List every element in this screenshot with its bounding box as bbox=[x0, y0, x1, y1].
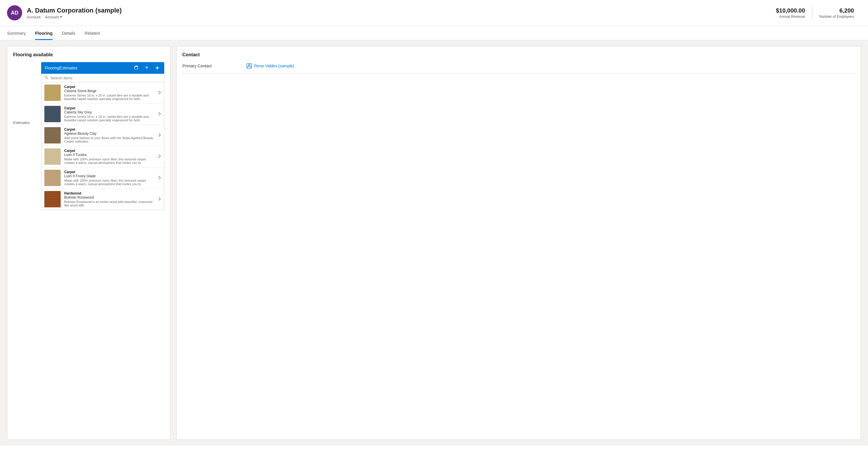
toolbar-label: FlooringEstimates bbox=[44, 66, 129, 70]
flooring-section: Estimates FlooringEstimates bbox=[13, 62, 164, 210]
contact-panel: Contact Primary Contact Rene Valdes (sam… bbox=[176, 46, 861, 440]
tab-summary[interactable]: Summary bbox=[7, 26, 26, 40]
item-category: Carpet bbox=[64, 85, 155, 89]
main-content: Flooring available Estimates FlooringEst… bbox=[0, 40, 868, 446]
item-chevron-icon bbox=[158, 175, 161, 181]
item-category: Carpet bbox=[64, 149, 155, 153]
item-thumbnail bbox=[44, 191, 61, 207]
item-name: Lush II Tundra bbox=[64, 153, 155, 157]
svg-point-0 bbox=[45, 76, 47, 78]
list-item[interactable]: Carpet Caserta Sky Grey Extreme Series 1… bbox=[41, 103, 164, 125]
refresh-icon[interactable] bbox=[133, 64, 140, 71]
nav-tabs: Summary Flooring Details Related bbox=[0, 26, 868, 40]
tab-related[interactable]: Related bbox=[85, 26, 100, 40]
item-description: Extreme Series 18 in. x 18 in. carpet ti… bbox=[64, 115, 155, 122]
item-name: Bolivian Rosewood bbox=[64, 195, 155, 199]
item-chevron-icon bbox=[158, 133, 161, 138]
item-thumbnail bbox=[44, 85, 61, 101]
item-info: Carpet Ageless Beauty Clay Add some fash… bbox=[64, 127, 155, 143]
item-info: Carpet Caserta Sky Grey Extreme Series 1… bbox=[64, 106, 155, 122]
primary-contact-label: Primary Contact bbox=[182, 64, 235, 68]
item-category: Carpet bbox=[64, 106, 155, 110]
list-item[interactable]: Carpet Lush II Frosty Glade Made with 10… bbox=[41, 167, 164, 189]
list-item[interactable]: Carpet Caserta Stone Beige Extreme Serie… bbox=[41, 82, 164, 103]
avatar: AD bbox=[7, 5, 22, 21]
item-description: Add some fashion to your floors with the… bbox=[64, 136, 155, 143]
breadcrumb-dropdown[interactable]: Account bbox=[45, 15, 62, 19]
header-title: A. Datum Corporation (sample) Account · … bbox=[27, 7, 122, 19]
header-left: AD A. Datum Corporation (sample) Account… bbox=[7, 5, 122, 21]
annual-revenue-stat: $10,000.00 Annual Revenue bbox=[769, 7, 812, 19]
tab-flooring[interactable]: Flooring bbox=[35, 26, 53, 40]
svg-point-3 bbox=[248, 64, 250, 66]
item-info: Carpet Caserta Stone Beige Extreme Serie… bbox=[64, 85, 155, 101]
header-stats: $10,000.00 Annual Revenue 6,200 Number o… bbox=[769, 7, 861, 19]
item-chevron-icon bbox=[158, 197, 161, 202]
contact-row: Primary Contact Rene Valdes (sample) bbox=[182, 63, 855, 73]
breadcrumb-account2: Account bbox=[45, 15, 59, 19]
add-icon[interactable] bbox=[154, 64, 161, 71]
item-name: Caserta Sky Grey bbox=[64, 110, 155, 114]
employees-label: Number of Employees bbox=[819, 14, 854, 19]
list-item[interactable]: Carpet Lush II Tundra Made with 100% pre… bbox=[41, 146, 164, 167]
svg-line-1 bbox=[47, 78, 48, 79]
item-category: Hardwood bbox=[64, 191, 155, 195]
contact-person-icon bbox=[247, 63, 252, 68]
item-description: Extreme Series 18 in. x 18 in. carpet ti… bbox=[64, 94, 155, 101]
flooring-items-list: Carpet Caserta Stone Beige Extreme Serie… bbox=[41, 82, 164, 210]
breadcrumb-separator: · bbox=[42, 15, 43, 19]
estimates-label: Estimates bbox=[13, 62, 36, 210]
item-info: Hardwood Bolivian Rosewood Bolivian Rose… bbox=[64, 191, 155, 207]
item-description: Made with 100% premium nylon fiber, this… bbox=[64, 179, 155, 186]
item-thumbnail bbox=[44, 127, 61, 143]
item-info: Carpet Lush II Frosty Glade Made with 10… bbox=[64, 170, 155, 186]
item-chevron-icon bbox=[158, 154, 161, 159]
primary-contact-value[interactable]: Rene Valdes (sample) bbox=[247, 63, 294, 68]
search-icon bbox=[44, 75, 48, 80]
item-category: Carpet bbox=[64, 127, 155, 131]
breadcrumb: Account · Account bbox=[27, 15, 122, 19]
item-description: Bolivian Rosewood is an exotic wood with… bbox=[64, 200, 155, 207]
item-description: Made with 100% premium nylon fiber, this… bbox=[64, 158, 155, 164]
employees-value: 6,200 bbox=[819, 7, 854, 14]
item-chevron-icon bbox=[158, 112, 161, 117]
item-info: Carpet Lush II Tundra Made with 100% pre… bbox=[64, 149, 155, 164]
item-name: Lush II Frosty Glade bbox=[64, 174, 155, 178]
employees-stat: 6,200 Number of Employees bbox=[812, 7, 861, 19]
item-thumbnail bbox=[44, 170, 61, 186]
tab-details[interactable]: Details bbox=[62, 26, 75, 40]
list-item[interactable]: Carpet Ageless Beauty Clay Add some fash… bbox=[41, 125, 164, 146]
search-bar bbox=[41, 74, 164, 82]
sort-icon[interactable] bbox=[143, 64, 150, 71]
annual-revenue-label: Annual Revenue bbox=[776, 14, 805, 19]
item-thumbnail bbox=[44, 149, 61, 165]
item-category: Carpet bbox=[64, 170, 155, 174]
contact-title: Contact bbox=[182, 52, 855, 58]
breadcrumb-account1[interactable]: Account bbox=[27, 15, 40, 19]
flooring-list-container: FlooringEstimates bbox=[41, 62, 164, 210]
list-item[interactable]: Hardwood Bolivian Rosewood Bolivian Rose… bbox=[41, 189, 164, 210]
chevron-down-icon bbox=[60, 16, 62, 18]
item-thumbnail bbox=[44, 106, 61, 122]
item-chevron-icon bbox=[158, 90, 161, 95]
primary-contact-name[interactable]: Rene Valdes (sample) bbox=[254, 64, 294, 68]
header: AD A. Datum Corporation (sample) Account… bbox=[0, 0, 868, 26]
flooring-toolbar: FlooringEstimates bbox=[41, 62, 164, 74]
flooring-panel-title: Flooring available bbox=[13, 52, 164, 58]
search-input[interactable] bbox=[51, 76, 161, 80]
annual-revenue-value: $10,000.00 bbox=[776, 7, 805, 14]
company-name: A. Datum Corporation (sample) bbox=[27, 7, 122, 14]
flooring-panel: Flooring available Estimates FlooringEst… bbox=[7, 46, 170, 440]
item-name: Caserta Stone Beige bbox=[64, 89, 155, 93]
item-name: Ageless Beauty Clay bbox=[64, 131, 155, 136]
